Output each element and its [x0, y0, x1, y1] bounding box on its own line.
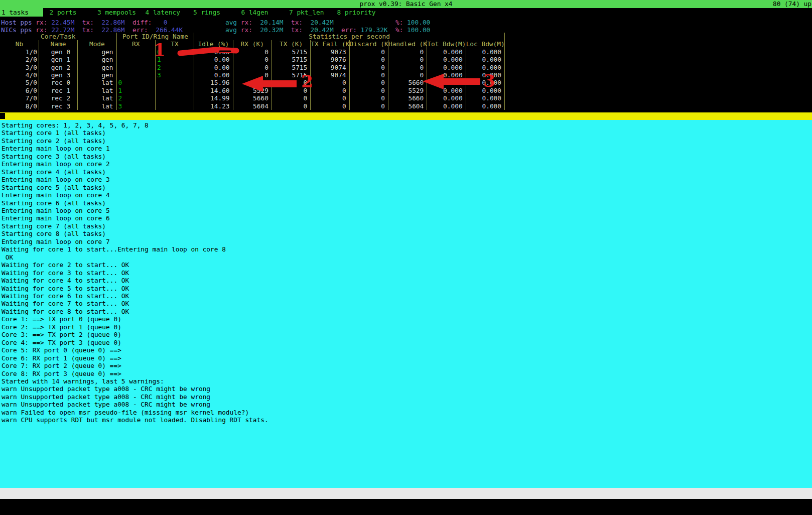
cell: 0.000: [466, 48, 504, 56]
cell: 0: [116, 79, 155, 86]
cell: 0.000: [427, 102, 466, 110]
cell: 4/0: [0, 71, 39, 79]
cell: 3: [155, 71, 194, 79]
cell: 0.000: [427, 48, 466, 56]
table-row: 6/0rec 1lat114.60552900055290.0000.000: [0, 87, 505, 94]
prox-terminal-window: prox v0.39: Basic Gen x4 80 (74) up 1 ta…: [0, 0, 812, 515]
table-row: 3/0gen 2gen20.00057159074000.0000.000: [0, 64, 505, 71]
cell: 0: [349, 48, 388, 56]
cell: [116, 56, 155, 63]
cell: 14.23: [194, 102, 233, 110]
cell: 5529: [388, 87, 427, 94]
cell: 0: [349, 56, 388, 63]
column-header-loc-bdw-m: Loc Bdw(M): [466, 40, 504, 48]
cell: 9073: [311, 48, 349, 56]
cell: 0: [388, 48, 427, 56]
cell: 9076: [311, 56, 349, 63]
cell: 3/0: [0, 64, 39, 71]
cell: 0: [349, 64, 388, 71]
cell: 2/0: [0, 56, 39, 63]
cell: 2: [155, 64, 194, 71]
cell: 0: [311, 94, 349, 102]
column-header-handled-k: Handled (K): [388, 40, 427, 48]
cell: 0.00: [194, 48, 233, 56]
tab-3-mempools[interactable]: 3 mempools: [96, 8, 144, 17]
cell: 6/0: [0, 87, 39, 94]
cell: 14.99: [194, 94, 233, 102]
app-title: prox v0.39: Basic Gen x4: [0, 0, 812, 8]
cell: 5715: [272, 64, 310, 71]
cell: 8/0: [0, 102, 39, 110]
tab-6-l4gen[interactable]: 6 l4gen: [240, 8, 288, 17]
cell: gen: [78, 56, 116, 63]
cell: 0: [349, 94, 388, 102]
cell: 0.000: [466, 102, 504, 110]
stats-area: Host pps rx: 22.45M tx: 22.86M diff: 0 a…: [1, 19, 430, 34]
cell: 0: [311, 79, 349, 86]
status-bar: Enter 'help' or command, <ESC> or 'quit'…: [0, 488, 812, 499]
cell: 0.000: [427, 87, 466, 94]
cell: 3: [116, 102, 155, 110]
cell: gen 1: [39, 56, 77, 63]
cell: 14.60: [194, 87, 233, 94]
column-header-rx-k: RX (K): [233, 40, 272, 48]
cell: gen: [78, 48, 116, 56]
cell: 15.96: [194, 79, 233, 86]
stats-table-head: Core/TaskPort ID/Ring NameStatistics per…: [0, 33, 505, 48]
cell: 0.000: [427, 56, 466, 63]
tab-bar: 1 tasks2 ports3 mempools4 latency5 rings…: [0, 8, 812, 17]
cell: 0: [233, 56, 272, 63]
column-header-discard-k: Discard (K): [349, 40, 388, 48]
cell: 0: [349, 79, 388, 86]
cell: 0: [349, 71, 388, 79]
column-header-tx-k: TX (K): [272, 40, 310, 48]
cell: 0: [349, 102, 388, 110]
column-header-mode: Mode: [78, 40, 116, 48]
cell: 0: [233, 48, 272, 56]
tab-5-rings[interactable]: 5 rings: [192, 8, 240, 17]
cell: 0.000: [466, 64, 504, 71]
table-row: 4/0gen 3gen30.00057159074000.0000.000: [0, 71, 505, 79]
cell: 5604: [388, 102, 427, 110]
cell: 0: [311, 87, 349, 94]
tab-1-tasks[interactable]: 1 tasks: [0, 8, 43, 17]
table-row: 2/0gen 1gen10.00057159076000.0000.000: [0, 56, 505, 63]
cell: 0.00: [194, 56, 233, 63]
annotation-number-1: 1: [154, 42, 166, 57]
cell: 5715: [272, 48, 310, 56]
cell: lat: [78, 87, 116, 94]
stats-table-body: 1/0gen 0gen00.00057159073000.0000.0002/0…: [0, 48, 505, 110]
stats-line-1: Host pps rx: 22.45M tx: 22.86M diff: 0 a…: [1, 19, 430, 26]
cell: gen: [78, 64, 116, 71]
column-header-tot-bdw-m: Tot Bdw(M): [427, 40, 466, 48]
tab-8-priority[interactable]: 8 priority: [336, 8, 384, 17]
cell: 0.000: [427, 64, 466, 71]
table-row: 8/0rec 3lat314.23560400056040.0000.000: [0, 102, 505, 110]
cell: 0.00: [194, 71, 233, 79]
cell: 5660: [388, 79, 427, 86]
cell: [155, 102, 194, 110]
tab-2-ports[interactable]: 2 ports: [48, 8, 96, 17]
cell: 9074: [311, 64, 349, 71]
cell: 0: [233, 71, 272, 79]
cell: 9074: [311, 71, 349, 79]
cell: [116, 71, 155, 79]
cell: 0: [388, 71, 427, 79]
uptime-counter: 80 (74) up: [773, 0, 811, 8]
table-row: 7/0rec 2lat214.99566000056600.0000.000: [0, 94, 505, 102]
cell: 0.00: [194, 64, 233, 71]
cell: 0: [311, 102, 349, 110]
group-header-statistics-per-second: Statistics per second: [194, 33, 505, 40]
tab-7-pkt_len[interactable]: 7 pkt_len: [288, 8, 336, 17]
separator-bar: [0, 112, 812, 120]
annotation-number-2: 2: [301, 74, 313, 89]
group-header-core-task: Core/Task: [0, 33, 116, 40]
cell: 0.000: [427, 71, 466, 79]
cell: gen 0: [39, 48, 77, 56]
cell: 0.000: [466, 94, 504, 102]
cell: 0: [233, 64, 272, 71]
cell: [155, 94, 194, 102]
tab-4-latency[interactable]: 4 latency: [144, 8, 192, 17]
cell: lat: [78, 79, 116, 86]
cell: 5660: [233, 79, 272, 86]
